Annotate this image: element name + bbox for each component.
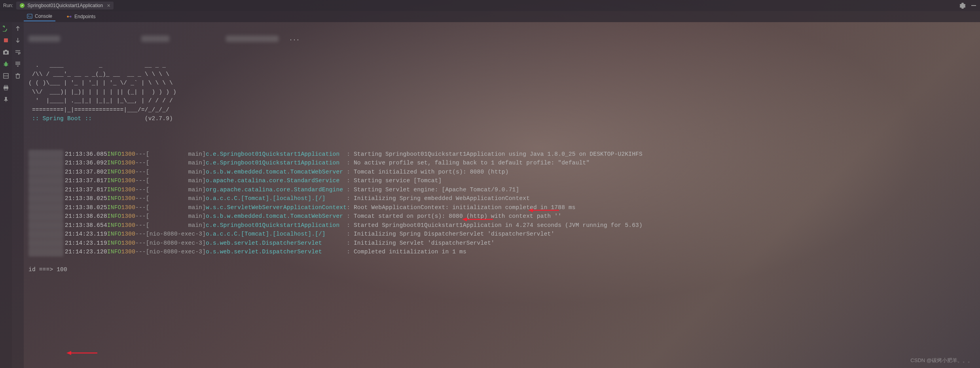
log-line: XXXX-XX-XX 21:13:36.085 INFO 1300 --- [ …: [28, 150, 980, 159]
svg-rect-2: [27, 14, 32, 19]
layout-icon[interactable]: [3, 73, 9, 79]
log-line: XXXX-XX-XX 21:13:38.025 INFO 1300 --- [ …: [28, 194, 980, 203]
watermark: CSDN @碳烤小肥羊。。。: [910, 357, 973, 364]
spring-icon: [19, 3, 25, 8]
stop-icon[interactable]: [3, 37, 9, 43]
tab-console-label: Console: [35, 13, 52, 19]
gear-icon[interactable]: [959, 2, 966, 9]
trash-icon[interactable]: [15, 73, 21, 79]
log-line: XXXX-XX-XX 21:13:38.025 INFO 1300 --- [ …: [28, 203, 980, 212]
tab-endpoints-label: Endpoints: [74, 14, 95, 19]
rerun-icon[interactable]: [3, 25, 9, 32]
left-gutter-2: [12, 22, 24, 368]
svg-point-8: [5, 51, 7, 54]
bug-icon[interactable]: [3, 61, 9, 67]
soft-wrap-icon[interactable]: [15, 49, 21, 55]
svg-point-11: [5, 62, 7, 63]
run-config-name: Springboot01Quickstart1Application: [27, 3, 103, 8]
svg-rect-16: [4, 89, 8, 90]
print-icon[interactable]: [3, 85, 9, 91]
endpoints-icon: [66, 14, 72, 19]
scroll-to-end-icon[interactable]: [15, 61, 21, 67]
up-arrow-icon[interactable]: [15, 25, 21, 32]
svg-point-4: [70, 16, 71, 17]
svg-point-3: [67, 16, 68, 17]
pin-icon[interactable]: [3, 96, 9, 103]
svg-rect-15: [4, 85, 8, 87]
left-gutter-1: [0, 22, 12, 368]
spring-banner: . ____ _ __ _ _ /\\ / ___'_ __ _ _(_)_ _…: [28, 52, 980, 123]
log-line: XXXX-XX-XX 21:14:23.119 INFO 1300 --- [n…: [28, 230, 980, 239]
down-arrow-icon[interactable]: [15, 37, 21, 43]
log-line: XXXX-XX-XX 21:13:37.802 INFO 1300 --- [ …: [28, 168, 980, 177]
log-line: XXXX-XX-XX 21:13:38.654 INFO 1300 --- [ …: [28, 221, 980, 230]
minimize-icon[interactable]: [971, 2, 977, 9]
log-line: XXXX-XX-XX 21:14:23.120 INFO 1300 --- [n…: [28, 247, 980, 257]
svg-rect-17: [16, 75, 19, 78]
log-line: XXXX-XX-XX 21:13:37.817 INFO 1300 --- [ …: [28, 185, 980, 194]
console-tabs: Console Endpoints: [0, 11, 980, 22]
run-configuration-tab[interactable]: Springboot01Quickstart1Application ✕: [16, 2, 114, 9]
console-output[interactable]: XXXXXXXXX XXXX XX XXXXXXXXXXXXXXX ... . …: [24, 22, 980, 368]
log-line: XXXX-XX-XX 21:14:23.119 INFO 1300 --- [n…: [28, 239, 980, 248]
svg-rect-9: [5, 50, 7, 51]
log-line: XXXX-XX-XX 21:13:36.092 INFO 1300 --- [ …: [28, 159, 980, 168]
tab-console[interactable]: Console: [24, 12, 55, 21]
console-icon: [27, 13, 32, 19]
run-header: Run: Springboot01Quickstart1Application …: [0, 0, 980, 11]
close-icon[interactable]: ✕: [107, 3, 110, 8]
run-label: Run:: [3, 3, 13, 8]
output-line: id ===> 100: [28, 266, 67, 273]
svg-rect-6: [4, 38, 8, 42]
log-line: XXXX-XX-XX 21:13:37.817 INFO 1300 --- [ …: [28, 176, 980, 185]
log-line: XXXX-XX-XX 21:13:38.628 INFO 1300 --- [ …: [28, 212, 980, 221]
camera-icon[interactable]: [3, 49, 9, 55]
tab-endpoints[interactable]: Endpoints: [63, 12, 99, 21]
